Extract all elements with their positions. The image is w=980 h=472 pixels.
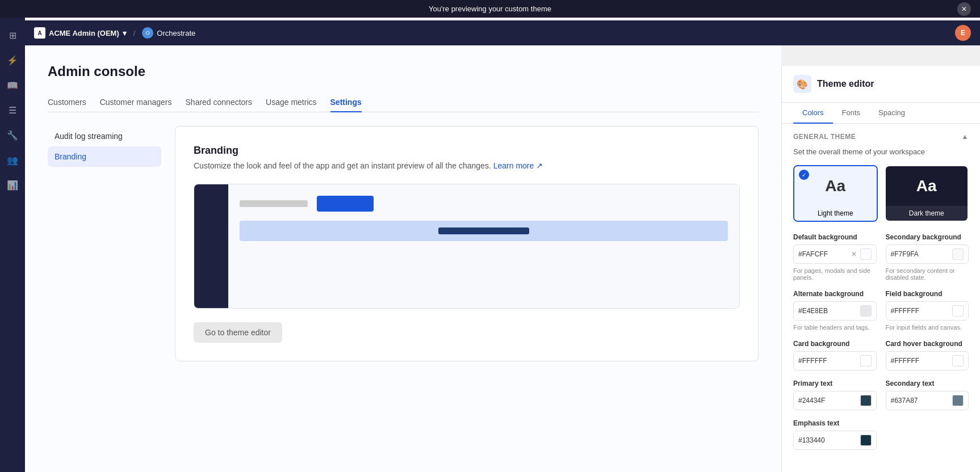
- emphasis-text-swatch[interactable]: [860, 435, 872, 446]
- secondary-text-label: Secondary text: [886, 380, 969, 387]
- theme-editor-panel: 🎨 Theme editor Colors Fonts Spacing GENE…: [781, 66, 980, 472]
- default-background-desc: For pages, modals and side panels.: [793, 267, 877, 281]
- left-sidebar: ⊞ ⚡ 📖 ☰ 🔧 👥 📊: [0, 0, 25, 472]
- theme-editor-header: 🎨 Theme editor: [782, 66, 980, 103]
- preview-button: [317, 196, 374, 212]
- card-hover-background-label: Card hover background: [886, 340, 969, 348]
- emphasis-text-input[interactable]: #133440: [793, 431, 877, 450]
- secondary-background-desc: For secondary content or disabled state.: [886, 267, 969, 281]
- default-background-label: Default background: [793, 233, 877, 241]
- editor-tab-colors[interactable]: Colors: [793, 103, 833, 124]
- emphasis-text-hex: #133440: [798, 436, 857, 444]
- field-background-desc: For input fields and canvas.: [886, 324, 969, 331]
- editor-tab-spacing[interactable]: Spacing: [869, 103, 914, 124]
- preview-bar-text: You're previewing your custom theme: [429, 5, 551, 13]
- top-nav: A ACME Admin (OEM) ▾ / O Orchestrate E: [25, 20, 980, 45]
- tabs-bar: Customers Customer managers Shared conne…: [48, 93, 759, 112]
- default-background-hex: #FAFCFF: [798, 250, 848, 258]
- card-hover-background-hex: #FFFFFF: [891, 357, 949, 365]
- theme-check-icon: ✓: [799, 170, 809, 180]
- field-background-swatch[interactable]: [952, 305, 964, 317]
- field-background-input[interactable]: #FFFFFF: [886, 301, 969, 321]
- theme-editor-icon: 🎨: [793, 75, 811, 93]
- preview-bar-close-button[interactable]: ✕: [957, 2, 971, 16]
- general-theme-description: Set the overall theme of your workspace: [793, 148, 969, 156]
- go-to-theme-editor-button[interactable]: Go to theme editor: [194, 322, 282, 343]
- settings-nav-branding[interactable]: Branding: [48, 146, 161, 167]
- tab-settings[interactable]: Settings: [330, 93, 362, 112]
- editor-tab-fonts[interactable]: Fonts: [833, 103, 870, 124]
- card-background-field: Card background #FFFFFF: [793, 340, 877, 370]
- dark-theme-label: Dark theme: [886, 206, 968, 221]
- tab-customer-managers[interactable]: Customer managers: [100, 93, 172, 112]
- learn-more-link[interactable]: Learn more ↗: [493, 161, 543, 170]
- theme-cards: ✓ Aa Light theme Aa Dark theme: [793, 165, 969, 222]
- alternate-background-swatch[interactable]: [860, 305, 872, 317]
- tab-shared-connectors[interactable]: Shared connectors: [186, 93, 253, 112]
- preview-bar-placeholder: [240, 200, 308, 207]
- card-hover-background-swatch[interactable]: [952, 355, 964, 366]
- preview-content: [240, 221, 728, 241]
- secondary-text-field: Secondary text #637A87: [886, 380, 969, 410]
- collapse-icon[interactable]: ▲: [962, 133, 969, 141]
- secondary-text-swatch[interactable]: [952, 395, 964, 406]
- editor-tabs: Colors Fonts Spacing: [782, 103, 980, 124]
- content-body: Admin console Customers Customer manager…: [25, 45, 781, 472]
- alternate-background-input[interactable]: #E4E8EB: [793, 301, 877, 321]
- primary-text-swatch[interactable]: [860, 395, 872, 406]
- settings-nav-audit-log[interactable]: Audit log streaming: [48, 126, 161, 146]
- theme-editor-title: Theme editor: [817, 79, 874, 89]
- primary-text-field: Primary text #24434F: [793, 380, 877, 410]
- brand-section[interactable]: A ACME Admin (OEM) ▾: [34, 27, 127, 39]
- settings-left-nav: Audit log streaming Branding: [48, 126, 161, 361]
- sidebar-icon-people[interactable]: 👥: [2, 150, 23, 170]
- sidebar-icon-grid[interactable]: ⊞: [2, 25, 23, 45]
- default-background-input[interactable]: #FAFCFF ✕: [793, 245, 877, 264]
- orchestrate-label: Orchestrate: [157, 29, 195, 37]
- tab-customers[interactable]: Customers: [48, 93, 86, 112]
- main-wrapper: A ACME Admin (OEM) ▾ / O Orchestrate E A…: [25, 20, 980, 472]
- page-title: Admin console: [48, 64, 759, 79]
- secondary-background-input[interactable]: #F7F9FA: [886, 245, 969, 264]
- emphasis-text-field: Emphasis text #133440: [793, 419, 877, 450]
- user-avatar[interactable]: E: [955, 25, 971, 41]
- light-theme-card[interactable]: ✓ Aa Light theme: [793, 165, 878, 222]
- preview-bar: You're previewing your custom theme ✕: [0, 0, 980, 18]
- card-background-input[interactable]: #FFFFFF: [793, 351, 877, 370]
- dark-theme-preview: Aa: [886, 166, 968, 206]
- secondary-text-input[interactable]: #637A87: [886, 391, 969, 410]
- preview-sidebar: [194, 184, 228, 308]
- card-background-hex: #FFFFFF: [798, 357, 857, 365]
- default-background-field: Default background #FAFCFF ✕ For pages, …: [793, 233, 877, 281]
- secondary-background-hex: #F7F9FA: [891, 250, 949, 258]
- primary-text-label: Primary text: [793, 380, 877, 387]
- default-background-swatch[interactable]: [860, 248, 872, 260]
- branding-title: Branding: [194, 145, 740, 157]
- color-grid: Default background #FAFCFF ✕ For pages, …: [793, 233, 969, 450]
- primary-text-input[interactable]: #24434F: [793, 391, 877, 410]
- dropdown-icon: ▾: [123, 29, 127, 37]
- alternate-background-hex: #E4E8EB: [798, 307, 857, 315]
- sidebar-icon-chart[interactable]: 📊: [2, 175, 23, 195]
- dark-theme-card[interactable]: Aa Dark theme: [885, 165, 969, 222]
- branding-description: Customize the look and feel of the app a…: [194, 161, 740, 170]
- sidebar-icon-wrench[interactable]: 🔧: [2, 125, 23, 145]
- nav-separator: /: [133, 29, 136, 37]
- sidebar-icon-bolt[interactable]: ⚡: [2, 50, 23, 70]
- card-background-label: Card background: [793, 340, 877, 348]
- alternate-background-field: Alternate background #E4E8EB For table h…: [793, 290, 877, 331]
- preview-content-inner: [438, 227, 529, 234]
- secondary-background-swatch[interactable]: [952, 248, 964, 260]
- orchestrate-section[interactable]: O Orchestrate: [142, 27, 195, 39]
- default-background-clear[interactable]: ✕: [851, 250, 857, 258]
- card-hover-background-input[interactable]: #FFFFFF: [886, 351, 969, 370]
- branding-preview: [194, 184, 740, 309]
- card-background-swatch[interactable]: [860, 355, 872, 366]
- field-background-field: Field background #FFFFFF For input field…: [886, 290, 969, 331]
- primary-text-hex: #24434F: [798, 397, 857, 404]
- sidebar-icon-book[interactable]: 📖: [2, 75, 23, 95]
- tab-usage-metrics[interactable]: Usage metrics: [266, 93, 316, 112]
- sidebar-icon-list[interactable]: ☰: [2, 100, 23, 120]
- light-theme-label: Light theme: [794, 206, 877, 221]
- preview-header: [240, 196, 728, 212]
